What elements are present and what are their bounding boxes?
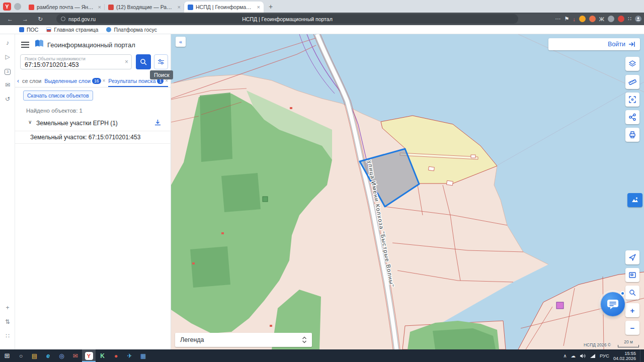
extension-icon-4[interactable]: [618, 16, 624, 22]
language-indicator[interactable]: РУС: [600, 353, 609, 358]
reload-button[interactable]: ↻: [35, 16, 45, 23]
browser-tab-3-active[interactable]: НСПД | Геоинформац… ×: [184, 2, 264, 13]
tab1-close-icon[interactable]: ×: [98, 4, 101, 10]
start-button[interactable]: ⊞: [0, 352, 14, 359]
history-icon[interactable]: ↺: [0, 96, 15, 103]
show-desktop-button[interactable]: [640, 349, 642, 362]
search-clear-icon[interactable]: ×: [125, 58, 128, 65]
bookmark-gosuslugi[interactable]: Платформа госус: [106, 27, 156, 33]
add-panel-icon[interactable]: +: [0, 304, 15, 311]
address-bar[interactable]: nspd.gov.ru НСПД | Геоинформационный пор…: [56, 14, 518, 24]
url-text: nspd.gov.ru: [68, 16, 96, 22]
search-filter-button[interactable]: [154, 54, 168, 69]
video-icon[interactable]: ▷: [0, 53, 15, 60]
taskbar-app-yandex-browser-active[interactable]: Y: [82, 349, 96, 362]
extent-button[interactable]: [625, 93, 639, 107]
search-area-button[interactable]: [625, 286, 639, 300]
share-button[interactable]: [625, 110, 639, 124]
result-list-item[interactable]: Земельный участок: 67:15:0710201:453: [15, 131, 171, 144]
search-input-value: 67:15:0710201:453: [25, 61, 79, 68]
tab1-title: рамблер почта — Яндекс: [37, 4, 96, 10]
overview-map-button[interactable]: [625, 268, 639, 282]
map-canvas[interactable]: улица Имени Колхоза "Быстрые Волны": [171, 34, 644, 349]
bookmark-home[interactable]: Главная страница: [46, 27, 98, 33]
extensions-menu-icon[interactable]: ∷: [628, 16, 631, 22]
volume-icon[interactable]: [580, 353, 586, 358]
taskbar-app-office[interactable]: ▦: [136, 349, 150, 362]
taskbar-app-edge[interactable]: e: [41, 349, 55, 362]
search-button[interactable]: [136, 54, 151, 69]
layers-button[interactable]: [625, 57, 639, 71]
login-label: Войти: [608, 41, 625, 48]
portal-logo-icon: [34, 39, 44, 50]
browser-toolbar: ← → ↻ nspd.gov.ru НСПД | Геоинформационн…: [0, 13, 644, 25]
back-button[interactable]: ←: [5, 16, 15, 23]
browser-tab-2[interactable]: (12) Входящие — Рамблер ×: [105, 2, 184, 13]
clock[interactable]: 15:55 04.02.2026: [613, 351, 636, 361]
panorama-button[interactable]: [627, 193, 642, 207]
bookmark-gosuslugi-icon: [106, 27, 111, 32]
group-download-button[interactable]: [154, 119, 161, 128]
zoom-in-button[interactable]: +: [625, 303, 639, 317]
sort-panel-icon[interactable]: ⇅: [0, 318, 15, 325]
network-icon[interactable]: [590, 353, 596, 358]
translator-icon[interactable]: Ж: [599, 16, 604, 22]
taskbar-app-telegram[interactable]: ✈: [123, 349, 136, 362]
zoom-out-button[interactable]: −: [625, 321, 639, 335]
tab-all-layers[interactable]: се слои: [22, 74, 41, 87]
results-group-row[interactable]: ∨ Земельные участки ЕГРН (1): [15, 118, 171, 130]
more-icon[interactable]: ⋯: [555, 16, 560, 22]
chat-button[interactable]: [601, 292, 625, 316]
extension-icon-2[interactable]: [589, 16, 596, 22]
messenger-icon[interactable]: ✉: [0, 81, 15, 88]
tabs-count-value: 3: [5, 69, 11, 75]
tab2-close-icon[interactable]: ×: [178, 4, 181, 10]
apps-panel-icon[interactable]: ∷: [0, 332, 15, 339]
profile-avatar[interactable]: [14, 3, 21, 10]
group-expand-chevron-icon[interactable]: ∨: [28, 119, 32, 125]
music-icon[interactable]: ♪: [0, 39, 15, 46]
attribution-text: НСПД 2026 ©: [584, 342, 611, 347]
tab3-favicon: [188, 5, 193, 10]
taskbar-app-antivirus[interactable]: K: [96, 349, 109, 362]
measure-button[interactable]: [625, 75, 639, 89]
found-objects-text: Найдено объектов: 1: [26, 108, 83, 114]
new-tab-button[interactable]: +: [266, 2, 276, 12]
taskbar-app-chrome[interactable]: ◎: [55, 349, 68, 362]
tray-cloud-icon[interactable]: ☁: [571, 353, 576, 358]
login-button[interactable]: Войти: [548, 38, 640, 50]
menu-burger-icon[interactable]: [21, 42, 29, 48]
legend-label: Легенда: [180, 336, 204, 343]
bookmarks-bar: ПОС Главная страница Платформа госус: [0, 25, 644, 34]
bookmark-icon[interactable]: ⚑: [564, 16, 569, 22]
taskbar-app-mail[interactable]: ✉: [68, 349, 82, 362]
browser-tab-1[interactable]: рамблер почта — Яндекс ×: [25, 2, 105, 13]
forward-button[interactable]: →: [20, 16, 30, 23]
map-area[interactable]: улица Имени Колхоза "Быстрые Волны" « Во…: [171, 34, 644, 349]
print-button[interactable]: [625, 128, 639, 142]
tab1-favicon: [29, 5, 34, 10]
share-icon: [628, 113, 636, 121]
search-input[interactable]: Поиск Объекты недвижимости 67:15:0710201…: [20, 54, 132, 69]
user-avatar[interactable]: [635, 16, 641, 22]
results-group-title: Земельные участки ЕГРН (1): [36, 120, 118, 127]
taskbar-app-red[interactable]: ●: [109, 349, 123, 362]
tray-expand-icon[interactable]: ∧: [563, 353, 567, 358]
tabs-count-icon[interactable]: 3: [0, 67, 15, 75]
extension-icon-1[interactable]: [579, 16, 586, 22]
extension-icon-3[interactable]: [608, 16, 614, 22]
tab-selected-layers-close-icon[interactable]: ×: [103, 78, 106, 83]
collapse-panel-button[interactable]: «: [176, 37, 186, 47]
bookmark-pos[interactable]: ПОС: [19, 27, 38, 33]
browser-logo-icon[interactable]: Y: [3, 3, 11, 11]
taskbar-app-file-explorer[interactable]: ▤: [28, 349, 41, 362]
downloads-icon[interactable]: ↓: [573, 16, 576, 22]
tabs-back-chevron-icon[interactable]: ‹: [17, 77, 19, 84]
download-object-list-button[interactable]: Скачать список объектов: [23, 90, 93, 101]
tab-selected-layers[interactable]: Выделенные слои 16 ×: [44, 74, 105, 87]
locate-button[interactable]: [625, 250, 639, 264]
tab3-close-icon[interactable]: ×: [257, 4, 260, 10]
tab2-title: (12) Входящие — Рамблер: [116, 4, 175, 10]
legend-bar[interactable]: Легенда: [175, 333, 312, 347]
taskbar-app-search[interactable]: ○: [14, 349, 28, 362]
